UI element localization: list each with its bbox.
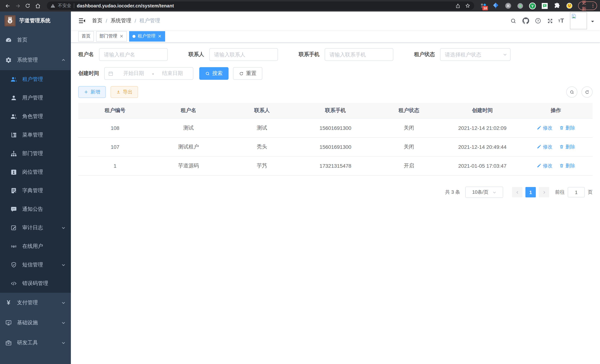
security-label[interactable]: 不安全 — [58, 3, 71, 9]
tenant-name-input[interactable] — [99, 48, 168, 61]
mobile-input[interactable] — [325, 48, 393, 61]
avatar-caret-icon[interactable] — [591, 21, 594, 24]
show-search-button[interactable] — [566, 86, 577, 98]
sidebar-item-system[interactable]: 系统管理 — [0, 50, 71, 70]
export-button[interactable]: 导出 — [111, 86, 138, 98]
delete-link[interactable]: 删除 — [559, 144, 575, 150]
extension-kite-icon[interactable] — [492, 2, 499, 9]
sidebar-item-label: 审计日志 — [22, 224, 43, 231]
edit-link[interactable]: 修改 — [536, 162, 553, 169]
next-page-button[interactable] — [539, 187, 549, 197]
omnibox-divider — [74, 3, 74, 8]
sidebar-item-label: 部门管理 — [22, 150, 43, 157]
tab-dept[interactable]: 部门管理 — [96, 31, 127, 41]
tab-tenant[interactable]: 租户管理 — [129, 31, 165, 41]
cell-mobile: 15601691300 — [299, 119, 372, 138]
extension-puzzle-icon[interactable] — [553, 2, 561, 9]
cell-created: 2021-12-14 21:02:09 — [446, 119, 519, 138]
extension-tag-manager-icon[interactable]: 10 — [480, 2, 487, 9]
shield-check-icon — [10, 261, 17, 268]
sidebar-item-dev-tools[interactable]: 研发工具 — [0, 333, 71, 353]
start-date-placeholder[interactable]: 开始日期 — [116, 70, 151, 77]
sidebar-item-user[interactable]: 用户管理 — [0, 89, 71, 107]
sidebar-fold-icon[interactable] — [78, 17, 86, 25]
tab-home[interactable]: 首页 — [78, 31, 94, 41]
reload-icon[interactable] — [23, 1, 32, 10]
font-size-icon[interactable]: TT — [557, 18, 565, 24]
extension-green-dot-icon[interactable] — [516, 2, 524, 9]
home-icon[interactable] — [33, 1, 42, 10]
extension-chat-icon[interactable] — [541, 2, 548, 9]
cell-status: 关闭 — [372, 119, 446, 138]
edit-link[interactable]: 修改 — [536, 144, 553, 150]
close-icon[interactable] — [158, 34, 162, 38]
filter-create-time: 创建时间 开始日期 - 结束日期 — [78, 67, 193, 80]
edit-link[interactable]: 修改 — [536, 125, 553, 131]
sidebar-item-dict[interactable]: 字典管理 — [0, 181, 71, 200]
user-icon — [10, 95, 17, 101]
reset-button[interactable]: 重置 — [233, 67, 262, 80]
extension-command-icon[interactable]: ⌘ — [504, 2, 512, 9]
close-icon[interactable] — [120, 34, 123, 38]
breadcrumb-home[interactable]: 首页 — [92, 18, 103, 24]
avatar[interactable] — [570, 12, 587, 29]
sidebar-item-post[interactable]: 岗位管理 — [0, 163, 71, 181]
help-icon[interactable]: ? — [533, 15, 543, 26]
refresh-button[interactable] — [581, 86, 593, 98]
back-icon[interactable] — [3, 1, 12, 10]
cell-contact: 芋艿 — [225, 156, 299, 175]
message-icon — [10, 206, 17, 213]
sidebar-item-notice[interactable]: 通知公告 — [0, 200, 71, 219]
col-tenant-id: 租户编号 — [78, 103, 152, 119]
search-icon[interactable] — [508, 15, 519, 26]
extension-yudao-icon[interactable]: Y — [529, 2, 536, 9]
extension-emoji-icon[interactable] — [565, 2, 573, 9]
app-title: 芋道管理系统 — [19, 18, 50, 24]
add-button[interactable]: 新增 — [78, 86, 106, 98]
url-bar[interactable]: 不安全 dashboard.yudao.iocoder.cn/system/te… — [47, 1, 474, 10]
fullscreen-icon[interactable] — [545, 15, 555, 26]
bookmark-star-icon[interactable] — [465, 3, 470, 9]
cell-tenant-id: 108 — [78, 119, 152, 138]
sidebar-item-sms[interactable]: 短信管理 — [0, 256, 71, 274]
page-1-button[interactable]: 1 — [525, 187, 536, 197]
logo-image — [4, 15, 16, 26]
sidebar-item-tenant[interactable]: 租户管理 — [0, 70, 71, 89]
sidebar-item-menu[interactable]: 菜单管理 — [0, 126, 71, 144]
contact-input[interactable] — [209, 48, 278, 61]
search-button[interactable]: 搜索 — [199, 67, 229, 80]
url-text[interactable]: dashboard.yudao.iocoder.cn/system/tenant — [77, 3, 174, 8]
cell-status: 开启 — [372, 156, 446, 175]
goto-page-input[interactable] — [568, 187, 585, 197]
sidebar-item-label: 基础设施 — [17, 319, 38, 326]
browser-update-button[interactable]: 更新 — [578, 1, 597, 10]
end-date-placeholder[interactable]: 结束日期 — [155, 70, 190, 77]
sidebar-item-home[interactable]: 首页 — [0, 30, 71, 50]
chevron-down-icon — [61, 300, 66, 305]
prev-page-button[interactable] — [512, 187, 523, 197]
menu-dots-icon[interactable] — [592, 4, 593, 8]
svg-text:Y: Y — [531, 4, 534, 8]
sidebar-item-online-users[interactable]: 在线用户 — [0, 237, 71, 256]
sidebar-item-infrastructure[interactable]: 基础设施 — [0, 313, 71, 333]
update-label: 更新 — [582, 0, 590, 12]
sidebar-item-dept[interactable]: 部门管理 — [0, 144, 71, 163]
date-range-picker[interactable]: 开始日期 - 结束日期 — [104, 67, 193, 80]
chevron-up-icon — [61, 58, 66, 62]
sidebar-item-error-code[interactable]: 错误码管理 — [0, 274, 71, 293]
delete-link[interactable]: 删除 — [559, 162, 575, 169]
sidebar-item-payment[interactable]: ¥ 支付管理 — [0, 293, 71, 313]
github-icon[interactable] — [520, 15, 531, 26]
share-icon[interactable] — [455, 3, 460, 8]
app-logo[interactable]: 芋道管理系统 — [0, 11, 71, 30]
status-select-input[interactable] — [440, 48, 511, 61]
status-select[interactable] — [440, 48, 511, 61]
page-size-select[interactable]: 10条/页 — [465, 187, 503, 198]
table-row: 108 测试 测试 15601691300 关闭 2021-12-14 21:0… — [78, 119, 593, 138]
breadcrumb-system[interactable]: 系统管理 — [111, 18, 131, 24]
delete-link[interactable]: 删除 — [559, 125, 575, 131]
online-signal-icon — [10, 243, 17, 250]
sidebar-item-audit-log[interactable]: 审计日志 — [0, 219, 71, 237]
forward-icon[interactable] — [13, 1, 22, 10]
sidebar-item-role[interactable]: 角色管理 — [0, 107, 71, 126]
